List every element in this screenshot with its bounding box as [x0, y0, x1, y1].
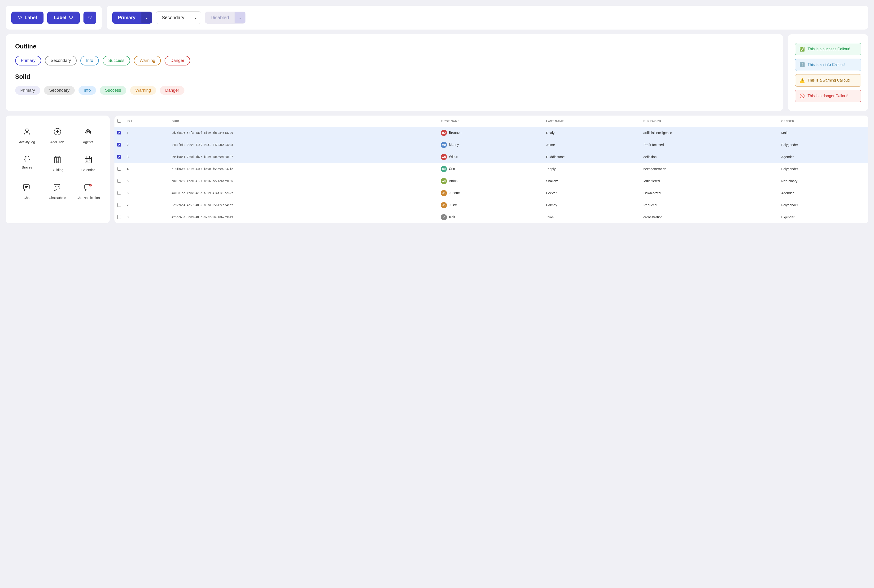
disabled-dropdown-arrow: ⌄	[234, 12, 245, 23]
primary-dropdown-arrow[interactable]: ⌄	[141, 12, 152, 23]
badge-solid-secondary[interactable]: Secondary	[44, 86, 75, 95]
cell-gender: Agender	[778, 187, 868, 199]
icon-item-chatbubble[interactable]: ChatBubble	[43, 178, 72, 204]
info-icon: ℹ️	[799, 62, 805, 68]
badge-outline-primary[interactable]: Primary	[15, 56, 41, 66]
icon-item-chat[interactable]: Chat	[13, 178, 41, 204]
icon-item-activitylog[interactable]: ActivityLog	[13, 123, 41, 148]
table-row: 3 894f0864-706d-4b76-b889-48ea99128687 W…	[114, 151, 868, 163]
activitylog-icon	[23, 128, 31, 138]
solid-badge-row: Primary Secondary Info Success Warning D…	[15, 86, 774, 95]
row-checkbox-7[interactable]	[117, 203, 121, 207]
cell-buzzword: orchestration	[641, 211, 778, 224]
chatbubble-icon	[53, 183, 62, 194]
badge-solid-info[interactable]: Info	[78, 86, 96, 95]
badge-outline-secondary[interactable]: Secondary	[45, 56, 77, 66]
badge-outline-warning[interactable]: Warning	[134, 56, 161, 66]
button-group-card: ♡ Label Label ♡ ♡	[6, 6, 102, 30]
cell-gender: Polygender	[778, 199, 868, 211]
cell-buzzword: Profit-focused	[641, 139, 778, 151]
icon-item-braces[interactable]: {} Braces	[13, 150, 41, 177]
cell-gender: Polygender	[778, 163, 868, 175]
cell-lastname: Towe	[543, 211, 640, 224]
row-checkbox-cell	[114, 151, 124, 163]
chatnotification-icon	[84, 183, 92, 194]
table-row: 7 0c92fac4-4c57-4882-89bd-05612ead4eaf J…	[114, 199, 868, 211]
cell-id: 2	[124, 139, 168, 151]
cell-firstname: COCrin	[438, 163, 543, 175]
cell-firstname: JOJunette	[438, 187, 543, 199]
svg-point-8	[89, 132, 90, 133]
secondary-dropdown-label: Secondary	[156, 12, 190, 24]
badge-solid-warning[interactable]: Warning	[130, 86, 156, 95]
danger-icon: 🚫	[799, 93, 805, 99]
cell-lastname: Shallow	[543, 175, 640, 187]
select-all-checkbox[interactable]	[117, 119, 121, 123]
outline-title: Outline	[15, 43, 774, 50]
header-lastname[interactable]: LAST NAME	[543, 116, 640, 127]
label-button-right[interactable]: Label ♡	[47, 12, 80, 24]
icon-item-building[interactable]: Building	[43, 150, 72, 177]
addcircle-label: AddCircle	[50, 140, 65, 144]
row-checkbox-3[interactable]	[117, 155, 121, 159]
icon-item-calendar[interactable]: Calendar	[74, 150, 103, 177]
row-checkbox-cell	[114, 139, 124, 151]
icon-item-chatnotification[interactable]: ChatNotification	[74, 178, 103, 204]
heart-icon-solo: ♡	[88, 15, 92, 20]
cell-buzzword: Down-sized	[641, 187, 778, 199]
row-checkbox-5[interactable]	[117, 179, 121, 183]
header-firstname[interactable]: FIRST NAME	[438, 116, 543, 127]
row-checkbox-4[interactable]	[117, 167, 121, 171]
table-row: 8 4f5bcb5e-3c89-488b-9772-9b710b7c9b19 I…	[114, 211, 868, 224]
row-checkbox-cell	[114, 127, 124, 139]
cell-guid: cd75b6a6-54fa-4a0f-8fe9-5b62a461a2d0	[168, 127, 438, 139]
badge-solid-success[interactable]: Success	[100, 86, 126, 95]
row-checkbox-1[interactable]	[117, 131, 121, 135]
secondary-dropdown[interactable]: Secondary ⌄	[156, 11, 201, 24]
row-checkbox-cell	[114, 187, 124, 199]
avatar-badge: BO	[441, 130, 447, 136]
calendar-label: Calendar	[81, 168, 95, 172]
badge-outline-info[interactable]: Info	[80, 56, 99, 66]
icon-item-agents[interactable]: Agents	[74, 123, 103, 148]
avatar-badge: WO	[441, 154, 447, 160]
cell-gender: Non-binary	[778, 175, 868, 187]
table-body: 1 cd75b6a6-54fa-4a0f-8fe9-5b62a461a2d0 B…	[114, 127, 868, 224]
secondary-dropdown-arrow[interactable]: ⌄	[190, 12, 201, 23]
heart-icon-button[interactable]: ♡	[84, 12, 96, 24]
row-checkbox-cell	[114, 163, 124, 175]
svg-rect-16	[57, 161, 58, 163]
cell-guid: c48cfefc-9e04-4169-9b31-442b363c30e8	[168, 139, 438, 151]
header-guid[interactable]: GUID	[168, 116, 438, 127]
primary-dropdown-label: Primary	[112, 12, 141, 24]
row-checkbox-6[interactable]	[117, 191, 121, 195]
svg-rect-24	[86, 161, 87, 162]
badge-solid-danger[interactable]: Danger	[160, 86, 184, 95]
warning-icon: ⚠️	[799, 78, 805, 83]
cell-firstname: JOJulee	[438, 199, 543, 211]
svg-point-35	[90, 186, 91, 186]
label-button-left[interactable]: ♡ Label	[11, 12, 44, 24]
row-checkbox-8[interactable]	[117, 215, 121, 219]
cell-guid: 4a0081ee-cc8c-4e8d-a509-414f1e9bc82f	[168, 187, 438, 199]
primary-dropdown[interactable]: Primary ⌄	[112, 12, 152, 24]
cell-gender: Polygender	[778, 139, 868, 151]
icon-grid: ActivityLog AddCircle	[13, 123, 103, 204]
icon-item-addcircle[interactable]: AddCircle	[43, 123, 72, 148]
cell-lastname: Palmby	[543, 199, 640, 211]
badge-outline-danger[interactable]: Danger	[165, 56, 190, 66]
chat-label: Chat	[24, 196, 31, 200]
svg-rect-32	[85, 184, 90, 189]
cell-guid: 4f5bcb5e-3c89-488b-9772-9b710b7c9b19	[168, 211, 438, 224]
svg-rect-22	[86, 159, 87, 160]
cell-guid: c13fb646-6019-44c5-bc90-f53c992237fe	[168, 163, 438, 175]
cell-gender: Agender	[778, 151, 868, 163]
cell-firstname: MOManny	[438, 139, 543, 151]
row-checkbox-2[interactable]	[117, 143, 121, 147]
header-id[interactable]: ID	[124, 116, 168, 127]
badge-outline-success[interactable]: Success	[103, 56, 130, 66]
header-gender[interactable]: GENDER	[778, 116, 868, 127]
badge-solid-primary[interactable]: Primary	[15, 86, 40, 95]
table-card: ID GUID FIRST NAME LAST NAME BUZZWORD GE…	[114, 116, 868, 224]
header-buzzword[interactable]: BUZZWORD	[641, 116, 778, 127]
